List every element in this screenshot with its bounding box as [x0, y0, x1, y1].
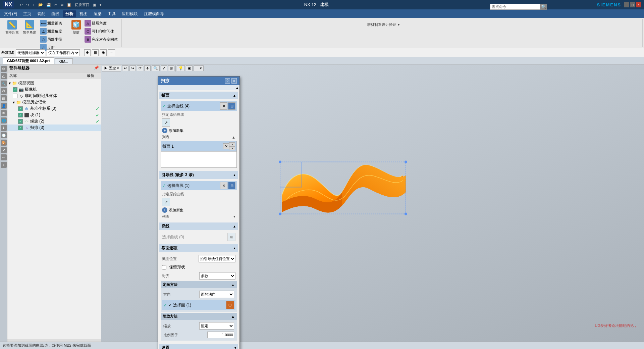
origin-curve-btn[interactable]: ↗ — [162, 118, 170, 127]
scale-select[interactable]: 恒定 — [199, 322, 234, 330]
strip-icon-history[interactable]: ⏱ — [1, 88, 7, 94]
toolbar-filter-btn[interactable]: ▦ — [92, 49, 99, 56]
vp-btn-more[interactable]: ⋯ ▾ — [194, 65, 204, 71]
paste-icon[interactable]: 📋 — [66, 2, 72, 7]
vp-btn-render[interactable]: 💡 — [177, 65, 185, 71]
menu-curve[interactable]: 曲线 — [49, 10, 62, 17]
undo-icon[interactable]: ↩ — [19, 2, 24, 7]
ribbon-local-radius[interactable]: ◌ 局部半径 — [39, 36, 63, 43]
vp-btn-shade[interactable]: ▣ — [186, 65, 193, 71]
menu-tools[interactable]: 工具 — [105, 10, 118, 17]
strip-icon-down[interactable]: ↓ — [1, 162, 7, 168]
strip-icon-move[interactable]: ⤢ — [1, 147, 7, 153]
menu-mold[interactable]: 注塑模向导 — [141, 10, 167, 17]
vp-btn-fit[interactable]: ⤢ — [161, 65, 167, 71]
checkbox-helix[interactable]: ✓ — [18, 119, 23, 124]
nav-scrollbar[interactable] — [7, 339, 101, 342]
section-header-profile[interactable]: 截面 ▲ — [159, 92, 238, 99]
tree-item-helix[interactable]: ✓ 〰 螺旋 (2) ✓ — [7, 118, 101, 124]
ribbon-btn-distance[interactable]: 📏 简单距离 — [4, 19, 20, 36]
checkbox-datum[interactable]: ✓ — [18, 106, 23, 111]
strip-icon-settings[interactable]: ⚙ — [1, 66, 7, 72]
restore-button[interactable]: □ — [630, 2, 635, 7]
minimize-button[interactable]: − — [624, 2, 629, 7]
dialog-close-btn[interactable]: × — [231, 78, 237, 84]
select-clear-btn[interactable]: ✕ — [220, 102, 227, 110]
align-select[interactable]: 参数 — [199, 272, 236, 280]
ribbon-btn-plastic[interactable]: 🧊 塑胶 — [70, 19, 82, 36]
dialog-titlebar[interactable]: 扫掠 ? × — [158, 77, 239, 85]
copy-icon[interactable]: ⧉ — [60, 2, 64, 7]
orient-section-header[interactable]: 定向方法 ▲ — [161, 281, 237, 288]
scale-section-header[interactable]: 缩放方法 ▲ — [161, 313, 237, 320]
strip-icon-view2[interactable]: 👁 — [1, 110, 7, 116]
filter-select[interactable]: 无选择过滤器 — [16, 49, 45, 56]
ribbon-print-body[interactable]: ⬡ 可打印空间体 — [84, 28, 119, 35]
preserve-shape-checkbox[interactable] — [162, 265, 166, 269]
dialog-collapse-btn[interactable]: ▲ — [235, 86, 239, 90]
position-select[interactable]: 沿引导线任何位置 — [199, 255, 235, 262]
ribbon-meas-angle[interactable]: ∠ 测量角度 — [39, 28, 63, 35]
switch-window-icon[interactable]: 切换窗口 — [74, 2, 91, 8]
add-set-btn-profile[interactable]: + 添加新集 — [161, 127, 237, 134]
tree-item-datum[interactable]: ✓ ⊕ 基准坐标系 (0) ✓ — [7, 105, 101, 112]
vp-orient-btn[interactable]: ▶ 固定 ▾ — [102, 65, 121, 71]
section1-del-btn[interactable]: ✕ — [223, 143, 229, 149]
vp-btn-zoom[interactable]: 🔍 — [152, 65, 160, 71]
toolbar-view-btn[interactable]: ◉ — [100, 49, 107, 56]
vp-btn-pan[interactable]: ✛ — [144, 65, 151, 71]
checkbox-sweep[interactable]: ✓ — [18, 126, 23, 130]
checkbox-block[interactable]: ✓ — [18, 113, 23, 117]
guide-origin-btn[interactable]: ↗ — [162, 198, 170, 206]
menu-view[interactable]: 视图 — [77, 10, 90, 17]
direction-select[interactable]: 面的法向 — [199, 291, 234, 298]
tree-item-sweep[interactable]: ✓ ⬦ 扫掠 (3) — [7, 124, 101, 131]
redo-icon[interactable]: ↪ — [25, 2, 30, 7]
section-header-guide[interactable]: 引导线 (最多 3 条) ▲ — [159, 171, 238, 179]
toolbar-snap-btn[interactable]: ⊕ — [84, 49, 91, 56]
vp-btn2[interactable]: ↪ — [129, 65, 136, 71]
section-header-options[interactable]: 截面选项 ▲ — [159, 244, 238, 252]
menu-appmodule[interactable]: 应用模块 — [119, 10, 141, 17]
tab-gm[interactable]: GM... — [55, 58, 73, 64]
section-header-spine[interactable]: 脊线 ▲ — [159, 222, 238, 230]
split-icon[interactable]: ▣ — [92, 2, 97, 7]
vp-btn-orient2[interactable]: ⊞ — [168, 65, 174, 71]
tab-gmx657[interactable]: GMX657前盖 0601 A2.prt — [3, 57, 54, 64]
search-input[interactable] — [490, 4, 540, 10]
guide-clear-btn[interactable]: ✕ — [220, 182, 227, 189]
checkbox-camera[interactable]: ✓ — [13, 87, 17, 92]
menu-render[interactable]: 渲染 — [91, 10, 104, 17]
scope-select[interactable]: 仅在工作部件内 — [47, 49, 80, 56]
strip-icon-nav[interactable]: 🗂 — [1, 73, 7, 79]
checkbox-nontimestamp[interactable] — [13, 94, 17, 98]
menu-home[interactable]: 主页 — [20, 10, 34, 17]
select-mode-btn[interactable]: ⊞ — [228, 102, 235, 110]
ribbon-btn-angle[interactable]: 📐 简单角度 — [21, 19, 38, 36]
strip-icon-info[interactable]: ℹ — [1, 125, 7, 131]
strip-icon-edit[interactable]: ✏ — [1, 154, 7, 160]
dialog-help-btn[interactable]: ? — [225, 78, 230, 84]
section1-down-btn[interactable]: ▾ — [229, 146, 235, 150]
close-button[interactable]: × — [636, 2, 641, 7]
open-icon[interactable]: 📂 — [37, 2, 44, 7]
tree-item-nontimestamp[interactable]: ◇ 非时间戳记几何体 — [7, 93, 101, 99]
ribbon-meas-dist[interactable]: ⟺ 测量距离 — [39, 19, 63, 27]
spine-mode-btn[interactable]: ⊞ — [227, 233, 235, 241]
add-set-btn-guide[interactable]: + 添加新集 — [161, 207, 237, 213]
guide-mode-btn[interactable]: ⊞ — [228, 182, 235, 189]
tree-item-camera[interactable]: ✓ 📷 摄像机 — [7, 86, 101, 93]
new-icon[interactable]: + — [32, 2, 36, 7]
dropdown-icon[interactable]: ▾ — [99, 2, 103, 7]
ribbon-extend-angle[interactable]: △ 延展角度 — [84, 19, 119, 27]
tree-item-block[interactable]: ✓ ⬛ 块 (1) ✓ — [7, 112, 101, 118]
strip-icon-layers[interactable]: ▤ — [1, 95, 7, 101]
section-header-settings[interactable]: 设置 ▾ — [159, 344, 238, 349]
list-item-section1[interactable]: 截面 1 ✕ ▴ ▾ — [161, 141, 236, 152]
strip-icon-tools[interactable]: 🔧 — [1, 81, 7, 87]
search-button[interactable]: 🔍 — [540, 4, 547, 10]
vp-btn-rotate[interactable]: ⟳ — [137, 65, 143, 71]
tree-item-model-view[interactable]: ▾ 📁 模型视图 — [7, 80, 101, 86]
navigator-pin-icon[interactable]: 📌 — [94, 65, 99, 71]
scale-factor-input[interactable] — [207, 332, 234, 338]
